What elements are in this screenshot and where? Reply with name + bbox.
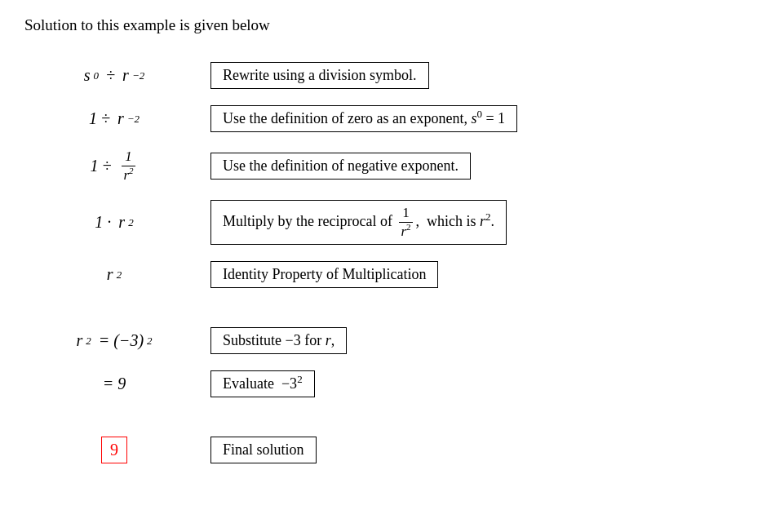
description-cell: Use the definition of zero as an exponen… xyxy=(204,97,738,140)
table-row: 9 Final solution xyxy=(24,428,738,472)
table-row: s0 ÷ r−2 Rewrite using a division symbol… xyxy=(24,54,738,97)
description-cell: Rewrite using a division symbol. xyxy=(204,54,738,97)
math-expression: 1 · r2 xyxy=(24,192,204,253)
math-expression: 1 ÷ 1r2 xyxy=(24,140,204,192)
step-description: Rewrite using a division symbol. xyxy=(210,62,429,89)
math-expression: s0 ÷ r−2 xyxy=(24,54,204,97)
description-cell: Multiply by the reciprocal of 1r2, which… xyxy=(204,192,738,253)
header: Solution to this example is given below xyxy=(24,16,738,34)
description-cell: Use the definition of negative exponent. xyxy=(204,140,738,192)
step-description: Substitute −3 for r, xyxy=(210,327,347,354)
step-description: Evaluate −32 xyxy=(210,370,315,397)
math-expression: 1 ÷ r−2 xyxy=(24,97,204,140)
step-description: Multiply by the reciprocal of 1r2, which… xyxy=(210,200,507,245)
table-row: r2 = (−3)2 Substitute −3 for r, xyxy=(24,319,738,362)
final-description: Final solution xyxy=(210,437,317,463)
spacer xyxy=(24,406,738,428)
final-answer-cell: 9 xyxy=(24,428,204,472)
step-description: Identity Property of Multiplication xyxy=(210,261,438,288)
table-row: 1 · r2 Multiply by the reciprocal of 1r2… xyxy=(24,192,738,253)
table-row: 1 ÷ r−2 Use the definition of zero as an… xyxy=(24,97,738,140)
description-cell: Evaluate −32 xyxy=(204,362,738,406)
spacer xyxy=(24,296,738,319)
step-description: Use the definition of zero as an exponen… xyxy=(210,105,517,132)
table-row: r2 Identity Property of Multiplication xyxy=(24,253,738,296)
table-row: 1 ÷ 1r2 Use the definition of negative e… xyxy=(24,140,738,192)
step-description: Use the definition of negative exponent. xyxy=(210,153,471,180)
final-answer-value: 9 xyxy=(101,437,127,463)
table-row: = 9 Evaluate −32 xyxy=(24,362,738,406)
description-cell: Substitute −3 for r, xyxy=(204,319,738,362)
math-expression: = 9 xyxy=(24,362,204,406)
description-cell: Final solution xyxy=(204,428,738,472)
description-cell: Identity Property of Multiplication xyxy=(204,253,738,296)
math-expression: r2 = (−3)2 xyxy=(24,319,204,362)
math-expression: r2 xyxy=(24,253,204,296)
